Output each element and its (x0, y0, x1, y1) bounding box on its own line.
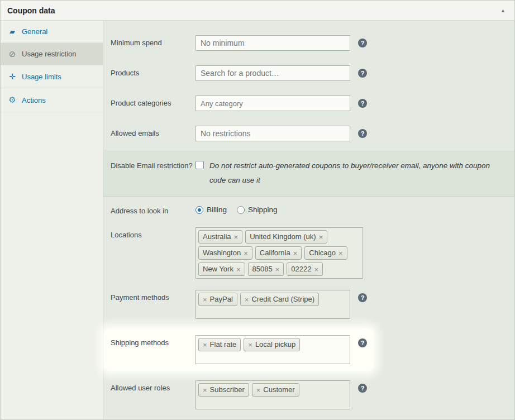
coupon-data-tabs: ▰ General ⊘ Usage restriction ✛ Usage li… (1, 21, 103, 419)
disable-email-restriction-description: Do not restrict auto-generated coupons t… (209, 158, 500, 187)
tag-label: PayPal (210, 295, 233, 304)
minimum-spend-label: Minimum spend (111, 35, 195, 47)
help-icon[interactable]: ? (358, 384, 367, 393)
disable-email-restriction-label: Disable Email restriction? (111, 158, 195, 170)
disable-email-restriction-row: Disable Email restriction? Do not restri… (103, 150, 514, 197)
products-label: Products (111, 65, 195, 77)
tag-california[interactable]: California× (255, 246, 302, 260)
product-categories-input[interactable] (195, 96, 350, 111)
tag-chicago[interactable]: Chicago× (304, 246, 347, 260)
no-entry-icon: ⊘ (8, 50, 17, 58)
minimum-spend-input[interactable] (195, 35, 350, 51)
help-icon[interactable]: ? (358, 338, 367, 347)
shipping-radio-option[interactable]: Shipping (237, 206, 278, 214)
remove-tag-icon[interactable]: × (245, 296, 249, 303)
allowed-emails-input[interactable] (195, 126, 350, 141)
tab-general-label: General (22, 27, 47, 36)
metabox-body: ▰ General ⊘ Usage restriction ✛ Usage li… (1, 21, 514, 419)
products-search-input[interactable] (195, 65, 350, 81)
tag-flat-rate[interactable]: ×Flat rate (198, 338, 241, 351)
remove-tag-icon[interactable]: × (203, 341, 207, 349)
tag-label: Flat rate (210, 340, 237, 350)
tag-label: Customer (263, 385, 294, 395)
locations-label: Locations (111, 227, 195, 239)
remove-tag-icon[interactable]: × (338, 250, 343, 257)
payment-methods-label: Payment methods (111, 290, 195, 302)
tag-paypal[interactable]: ×PayPal (198, 293, 237, 306)
allowed-user-roles-multiselect[interactable]: ×Subscriber×Customer (195, 380, 350, 409)
tag-customer[interactable]: ×Customer (252, 383, 299, 397)
radio-selected-icon[interactable] (195, 206, 203, 214)
metabox-title: Coupon data (7, 6, 55, 15)
tag-label: Australia (203, 232, 231, 242)
tag-85085[interactable]: 85085× (248, 262, 284, 276)
radio-unselected-icon[interactable] (237, 206, 245, 214)
remove-tag-icon[interactable]: × (234, 233, 239, 241)
help-icon[interactable]: ? (358, 293, 367, 302)
shipping-methods-row: Shipping methods ×Flat rate×Local pickup… (104, 328, 374, 371)
product-categories-label: Product categories (111, 96, 195, 107)
address-to-look-in-label: Address to look in (111, 203, 195, 215)
general-icon: ▰ (8, 27, 17, 36)
allowed-user-roles-label: Allowed user roles (111, 380, 195, 392)
payment-methods-row: Payment methods ×PayPal×Credit Card (Str… (111, 284, 506, 324)
remove-tag-icon[interactable]: × (293, 250, 298, 257)
payment-methods-multiselect[interactable]: ×PayPal×Credit Card (Stripe) (195, 290, 350, 319)
tag-credit-card-stripe[interactable]: ×Credit Card (Stripe) (240, 293, 319, 306)
locations-multiselect[interactable]: Australia×United Kingdom (uk)×Washington… (195, 227, 363, 279)
tag-washington[interactable]: Washington× (198, 246, 252, 260)
allowed-user-roles-row: Allowed user roles ×Subscriber×Customer … (111, 375, 506, 415)
help-icon[interactable]: ? (358, 99, 367, 108)
locations-row: Locations Australia×United Kingdom (uk)×… (111, 222, 506, 284)
allowed-emails-label: Allowed emails (111, 126, 195, 137)
tag-label: California (260, 249, 290, 258)
help-icon[interactable]: ? (358, 69, 367, 78)
tab-usage-limits[interactable]: ✛ Usage limits (1, 65, 103, 88)
coupon-data-metabox: Coupon data ▲ ▰ General ⊘ Usage restrict… (0, 0, 515, 420)
remove-tag-icon[interactable]: × (319, 233, 323, 241)
allowed-emails-row: Allowed emails ? (111, 118, 506, 149)
tab-usage-restriction-label: Usage restriction (22, 50, 77, 58)
tag-new-york[interactable]: New York× (198, 262, 245, 276)
remove-tag-icon[interactable]: × (203, 386, 207, 394)
tag-label: Subscriber (210, 385, 245, 395)
remove-tag-icon[interactable]: × (203, 296, 207, 303)
tab-usage-limits-label: Usage limits (22, 73, 61, 81)
tag-local-pickup[interactable]: ×Local pickup (244, 338, 300, 351)
tag-label: Credit Card (Stripe) (251, 295, 314, 304)
remove-tag-icon[interactable]: × (236, 266, 241, 273)
tag-label: Chicago (309, 249, 336, 258)
collapse-toggle-icon[interactable]: ▲ (498, 6, 508, 16)
help-icon[interactable]: ? (358, 129, 367, 138)
tag-label: Local pickup (255, 340, 295, 350)
remove-tag-icon[interactable]: × (275, 266, 280, 273)
tag-australia[interactable]: Australia× (198, 230, 242, 244)
tab-actions-label: Actions (22, 96, 46, 104)
help-icon[interactable]: ? (358, 39, 367, 47)
tab-usage-restriction[interactable]: ⊘ Usage restriction (1, 43, 103, 65)
metabox-header[interactable]: Coupon data ▲ (1, 1, 514, 21)
shipping-methods-multiselect[interactable]: ×Flat rate×Local pickup (195, 335, 350, 364)
disable-email-restriction-checkbox[interactable] (195, 161, 204, 169)
usage-limits-icon: ✛ (8, 72, 17, 81)
remove-tag-icon[interactable]: × (244, 250, 248, 257)
tag-label: United Kingdom (uk) (250, 232, 316, 242)
shipping-radio-label: Shipping (248, 206, 278, 214)
billing-radio-option[interactable]: Billing (195, 206, 227, 214)
tag-label: 02222 (291, 265, 311, 274)
products-row: Products ? (111, 58, 506, 88)
tab-actions[interactable]: ⚙ Actions (1, 88, 103, 112)
usage-restriction-panel: Minimum spend ? Products ? Product categ… (103, 21, 514, 419)
address-radio-group: Billing Shipping (195, 203, 278, 214)
tag-label: 85085 (252, 265, 273, 274)
tab-general[interactable]: ▰ General (1, 21, 103, 43)
remove-tag-icon[interactable]: × (248, 341, 252, 349)
tag-02222[interactable]: 02222× (287, 262, 323, 276)
remove-tag-icon[interactable]: × (314, 266, 318, 273)
tag-label: New York (203, 265, 233, 274)
remove-tag-icon[interactable]: × (256, 386, 261, 394)
gear-icon: ⚙ (8, 95, 17, 105)
tag-united-kingdom-uk[interactable]: United Kingdom (uk)× (245, 230, 327, 244)
tag-subscriber[interactable]: ×Subscriber (198, 383, 249, 397)
address-to-look-in-row: Address to look in Billing Shipping (111, 198, 506, 222)
